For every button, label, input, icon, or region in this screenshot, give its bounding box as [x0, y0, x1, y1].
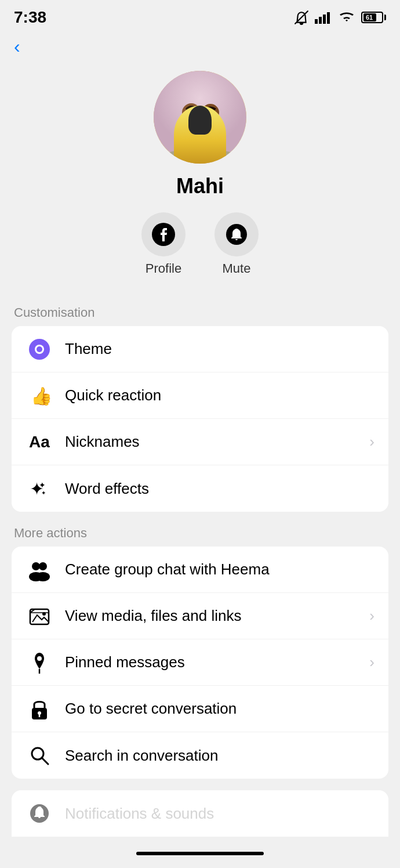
- back-button[interactable]: ‹: [14, 36, 20, 57]
- thumbs-up-icon-svg: 👍: [28, 385, 50, 407]
- avatar-image: [154, 71, 246, 164]
- search-label: Search in conversation: [65, 747, 374, 765]
- svg-text:✦: ✦: [41, 490, 46, 496]
- theme-item[interactable]: Theme: [12, 326, 388, 372]
- nicknames-chevron: ›: [369, 433, 374, 451]
- svg-rect-2: [323, 15, 326, 24]
- notifications-icon: [26, 800, 53, 827]
- nicknames-icon: Aa: [26, 428, 53, 456]
- back-button-container: ‹: [0, 31, 400, 59]
- svg-line-33: [42, 758, 48, 764]
- profile-button-label: Profile: [146, 261, 181, 276]
- media-icon-svg: [28, 605, 51, 628]
- svg-point-21: [32, 562, 40, 570]
- word-effects-icon: ✦ ✦ ✦: [26, 475, 53, 502]
- battery-icon: 61: [361, 12, 386, 23]
- more-actions-card: Create group chat with Heema View media,…: [12, 547, 388, 779]
- svg-text:✦: ✦: [39, 480, 46, 490]
- word-effects-item[interactable]: ✦ ✦ ✦ Word effects: [12, 465, 388, 512]
- pinned-messages-label: Pinned messages: [65, 653, 365, 671]
- profile-name: Mahi: [176, 174, 224, 198]
- mute-button[interactable]: Mute: [214, 212, 259, 276]
- avatar-svg: [154, 71, 246, 164]
- wifi-icon: [338, 11, 355, 24]
- search-icon: [26, 742, 53, 769]
- quick-reaction-label: Quick reaction: [65, 386, 374, 404]
- avatar[interactable]: [154, 71, 246, 164]
- theme-icon: [26, 335, 53, 363]
- create-group-icon: [26, 556, 53, 584]
- quick-reaction-item[interactable]: 👍 Quick reaction: [12, 372, 388, 419]
- customisation-card: Theme 👍 Quick reaction Aa Nicknames › ✦ …: [12, 326, 388, 512]
- svg-point-24: [36, 572, 50, 581]
- status-icons: 61: [294, 10, 386, 25]
- notification-bell-icon-svg: [29, 803, 50, 824]
- svg-point-26: [42, 612, 46, 616]
- pinned-messages-icon: [26, 649, 53, 677]
- word-effects-icon-svg: ✦ ✦ ✦: [28, 478, 50, 500]
- status-bar: 7:38 61: [0, 0, 400, 31]
- svg-point-4: [154, 71, 246, 164]
- notifications-label: Notifications & sounds: [65, 805, 374, 823]
- customisation-section-label: Customisation: [0, 294, 400, 326]
- svg-point-22: [39, 562, 47, 570]
- svg-rect-1: [319, 17, 322, 24]
- profile-section: Mahi Profile Mute: [0, 59, 400, 294]
- nicknames-item[interactable]: Aa Nicknames ›: [12, 419, 388, 465]
- view-media-label: View media, files and links: [65, 607, 365, 625]
- svg-point-30: [38, 711, 41, 715]
- svg-rect-8: [201, 123, 220, 155]
- search-icon-svg: [28, 744, 50, 766]
- svg-point-16: [37, 346, 42, 352]
- svg-point-27: [37, 656, 42, 661]
- create-group-item[interactable]: Create group chat with Heema: [12, 547, 388, 593]
- quick-reaction-icon: 👍: [26, 382, 53, 410]
- svg-rect-3: [327, 12, 330, 24]
- aa-text: Aa: [29, 433, 50, 451]
- mute-icon: [294, 10, 309, 25]
- theme-icon-svg: [28, 338, 51, 361]
- nicknames-label: Nicknames: [65, 433, 365, 451]
- view-media-item[interactable]: View media, files and links ›: [12, 593, 388, 639]
- pin-icon-svg: [29, 652, 50, 674]
- pinned-messages-chevron: ›: [369, 653, 374, 671]
- lock-icon-svg: [28, 697, 50, 721]
- action-row: Profile Mute: [141, 212, 259, 276]
- view-media-icon: [26, 602, 53, 630]
- secret-conversation-icon: [26, 695, 53, 723]
- search-conversation-item[interactable]: Search in conversation: [12, 732, 388, 779]
- home-indicator: [136, 852, 264, 855]
- facebook-icon: [152, 223, 175, 246]
- mute-button-label: Mute: [223, 261, 251, 276]
- pinned-messages-item[interactable]: Pinned messages ›: [12, 639, 388, 686]
- create-group-label: Create group chat with Heema: [65, 560, 374, 578]
- status-time: 7:38: [14, 8, 46, 27]
- view-media-chevron: ›: [369, 607, 374, 625]
- secret-conversation-label: Go to secret conversation: [65, 700, 374, 718]
- secret-conversation-item[interactable]: Go to secret conversation: [12, 686, 388, 732]
- svg-rect-0: [315, 19, 318, 24]
- notifications-item[interactable]: Notifications & sounds: [12, 790, 388, 837]
- signal-icon: [315, 11, 332, 24]
- svg-text:👍: 👍: [31, 386, 50, 407]
- theme-label: Theme: [65, 340, 374, 358]
- profile-button[interactable]: Profile: [141, 212, 186, 276]
- profile-button-circle: [141, 212, 186, 256]
- svg-point-5: [165, 149, 235, 161]
- mute-button-circle: [214, 212, 259, 256]
- more-actions-section-label: More actions: [0, 512, 400, 547]
- bell-icon: [226, 224, 247, 245]
- svg-point-6: [175, 150, 208, 160]
- word-effects-label: Word effects: [65, 480, 374, 498]
- svg-rect-9: [203, 123, 217, 140]
- group-icon-svg: [28, 558, 51, 581]
